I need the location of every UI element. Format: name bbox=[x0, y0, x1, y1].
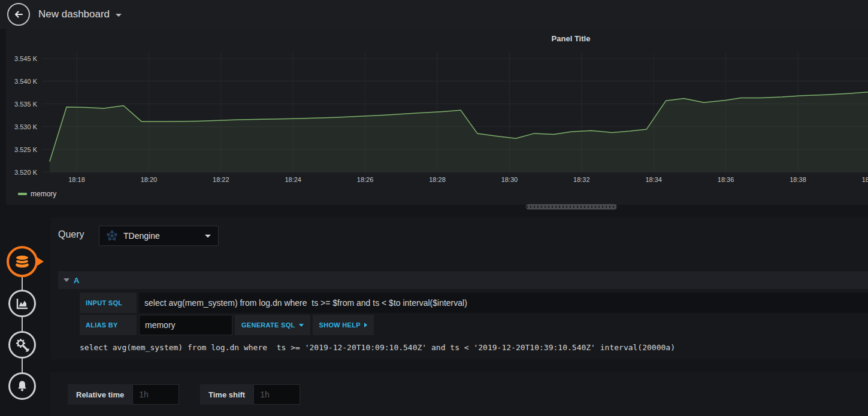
query-editor-section: Query TDengine A INPUT SQL ALIAS BY GENE… bbox=[51, 217, 868, 359]
svg-text:18:32: 18:32 bbox=[573, 176, 590, 183]
legend-item-memory[interactable]: memory bbox=[18, 190, 56, 198]
svg-text:18:36: 18:36 bbox=[718, 176, 734, 183]
alias-by-row: ALIAS BY GENERATE SQL SHOW HELP bbox=[80, 315, 374, 335]
generate-sql-button[interactable]: GENERATE SQL bbox=[235, 315, 310, 335]
alias-by-field[interactable] bbox=[139, 315, 232, 335]
gear-icon bbox=[14, 337, 30, 353]
time-shift-label: Time shift bbox=[200, 384, 253, 405]
svg-text:18:30: 18:30 bbox=[501, 176, 518, 183]
show-help-label: SHOW HELP bbox=[319, 321, 361, 329]
alias-by-label: ALIAS BY bbox=[80, 315, 137, 335]
time-shift-group: Time shift bbox=[200, 384, 300, 405]
chevron-right-icon bbox=[364, 323, 367, 327]
input-sql-field[interactable] bbox=[139, 293, 868, 313]
dashboard-title[interactable]: New dashboard bbox=[38, 8, 110, 20]
time-shift-input[interactable] bbox=[253, 384, 300, 405]
chevron-down-icon bbox=[299, 324, 304, 327]
legend-label: memory bbox=[31, 190, 56, 198]
tab-connector bbox=[22, 359, 23, 372]
svg-text:18:26: 18:26 bbox=[357, 176, 374, 183]
svg-text:3.545 K: 3.545 K bbox=[14, 55, 38, 62]
chart-panel: Panel Title 3.545 K3.540 K3.535 K3.530 K… bbox=[6, 29, 868, 205]
tab-alert[interactable] bbox=[8, 372, 36, 400]
svg-text:18:38: 18:38 bbox=[790, 176, 806, 183]
chevron-down-icon[interactable] bbox=[116, 14, 122, 17]
svg-text:18:18: 18:18 bbox=[68, 176, 85, 183]
svg-text:3.525 K: 3.525 K bbox=[14, 146, 38, 153]
query-ref-id: A bbox=[74, 276, 79, 285]
svg-text:3.540 K: 3.540 K bbox=[14, 78, 38, 85]
svg-text:3.520 K: 3.520 K bbox=[14, 169, 38, 176]
panel-resize-handle[interactable] bbox=[526, 204, 617, 209]
datasource-name: TDengine bbox=[123, 231, 160, 241]
datasource-picker[interactable]: TDengine bbox=[99, 226, 219, 246]
collapse-caret-icon bbox=[63, 278, 69, 282]
tab-connector bbox=[22, 317, 23, 331]
tdengine-logo-icon bbox=[107, 230, 117, 241]
svg-text:3.535 K: 3.535 K bbox=[14, 101, 38, 108]
relative-time-group: Relative time bbox=[68, 384, 179, 405]
tab-queries[interactable] bbox=[7, 246, 38, 277]
svg-text:3.530 K: 3.530 K bbox=[14, 123, 38, 130]
tab-connector bbox=[22, 277, 23, 290]
generate-sql-label: GENERATE SQL bbox=[241, 321, 295, 329]
query-section-title: Query bbox=[58, 229, 84, 240]
memory-timeseries-chart[interactable]: 3.545 K3.540 K3.535 K3.530 K3.525 K3.520… bbox=[6, 53, 868, 186]
back-button[interactable] bbox=[7, 3, 30, 26]
chart-icon bbox=[15, 296, 29, 311]
bell-icon bbox=[15, 379, 29, 393]
generated-sql-text: select avg(mem_system) from log.dn where… bbox=[80, 343, 675, 352]
relative-time-label: Relative time bbox=[68, 384, 132, 405]
chevron-down-icon bbox=[205, 235, 211, 238]
svg-text:18:24: 18:24 bbox=[285, 176, 301, 183]
legend-color-marker bbox=[18, 193, 27, 195]
time-options-section: Relative time Time shift bbox=[51, 372, 868, 416]
svg-text:18:22: 18:22 bbox=[213, 176, 229, 183]
svg-text:18:40: 18:40 bbox=[862, 176, 868, 183]
svg-text:18:28: 18:28 bbox=[429, 176, 446, 183]
panel-title[interactable]: Panel Title bbox=[6, 34, 868, 43]
tab-visualization[interactable] bbox=[8, 290, 36, 317]
tab-general-settings[interactable] bbox=[8, 331, 36, 359]
svg-text:18:34: 18:34 bbox=[645, 176, 662, 183]
database-icon bbox=[13, 253, 32, 270]
dashboard-header: New dashboard bbox=[0, 0, 868, 29]
query-row-header-A[interactable]: A bbox=[58, 271, 868, 289]
relative-time-input[interactable] bbox=[132, 384, 179, 405]
svg-text:18:20: 18:20 bbox=[141, 176, 158, 183]
show-help-button[interactable]: SHOW HELP bbox=[313, 315, 374, 335]
input-sql-row: INPUT SQL bbox=[80, 293, 868, 313]
arrow-left-icon bbox=[13, 9, 24, 20]
input-sql-label: INPUT SQL bbox=[80, 293, 137, 313]
